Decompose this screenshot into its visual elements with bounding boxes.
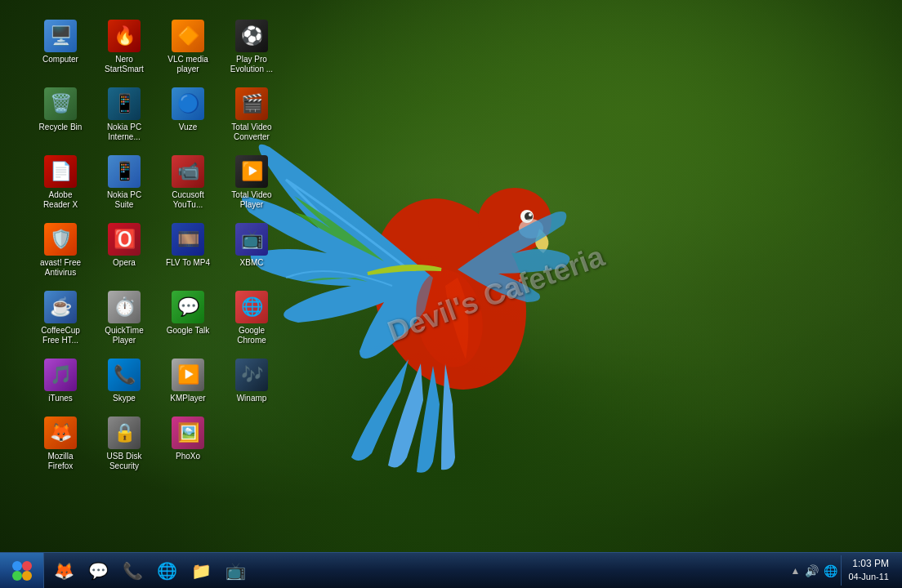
nokia-internet-icon: 📱 (108, 87, 141, 120)
desktop-icon-firefox[interactable]: 🦊Mozilla Firefox (33, 413, 88, 474)
nokia-suite-icon: 📱 (108, 155, 141, 188)
cucusoft-icon: 📹 (172, 155, 204, 188)
chrome-icon: 🌐 (235, 291, 268, 323)
icons-area: 🖥️Computer🔥Nero StartSmart🔶VLC media pla… (33, 16, 278, 474)
avast-label: avast! Free Antivirus (36, 258, 85, 278)
avast-icon: 🛡️ (44, 223, 77, 256)
tvp-icon: ▶️ (235, 155, 268, 188)
xbmc-icon: 📺 (235, 223, 268, 256)
recycle-label: Recycle Bin (39, 122, 83, 132)
taskbar: 🦊💬📞🌐📁📺 ▲ 🔊 🌐 1:03 PM 04-Jun-11 (0, 552, 902, 588)
desktop-icon-vuze[interactable]: 🔵Vuze (160, 84, 216, 145)
desktop-icon-nokia-internet[interactable]: 📱Nokia PC Interne... (96, 84, 152, 145)
tray-icons: ▲ 🔊 🌐 (791, 564, 838, 577)
desktop-icon-skype[interactable]: 📞Skype (96, 355, 152, 407)
desktop-icon-adobe[interactable]: 📄Adobe Reader X (33, 152, 88, 213)
desktop-icon-recycle[interactable]: 🗑️Recycle Bin (33, 84, 88, 145)
desktop-icon-play-pro[interactable]: ⚽Play Pro Evolution ... (224, 16, 279, 78)
taskbar-media-tb[interactable]: 📺 (219, 556, 252, 586)
start-button[interactable] (0, 553, 44, 589)
svg-point-7 (12, 561, 22, 571)
computer-label: Computer (42, 55, 78, 65)
usbdisk-label: USB Disk Security (100, 452, 149, 471)
play-pro-label: Play Pro Evolution ... (227, 55, 276, 74)
coffeecup-label: CoffeeCup Free HT... (36, 326, 85, 345)
chrome-label: Google Chrome (227, 326, 276, 345)
desktop-icon-vlc[interactable]: 🔶VLC media player (160, 16, 216, 78)
xbmc-label: XBMC (240, 258, 264, 268)
desktop-icon-coffeecup[interactable]: ☕CoffeeCup Free HT... (33, 287, 88, 349)
flvmp4-label: FLV To MP4 (166, 258, 210, 268)
vlc-icon: 🔶 (172, 20, 204, 52)
clock-area[interactable]: 1:03 PM 04-Jun-11 (841, 555, 895, 585)
quicktime-icon: ⏱️ (108, 291, 141, 323)
skype-label: Skype (113, 394, 136, 403)
svg-point-10 (22, 571, 32, 581)
phoxo-icon: 🖼️ (172, 416, 204, 449)
phoxo-label: PhoXo (176, 452, 200, 461)
svg-point-9 (12, 571, 22, 581)
winamp-label: Winamp (237, 394, 267, 403)
googletalk-label: Google Talk (167, 326, 210, 336)
svg-point-8 (22, 561, 32, 571)
desktop-icon-kmplayer[interactable]: ▶️KMPlayer (160, 355, 216, 407)
tray-network[interactable]: 🌐 (824, 564, 837, 577)
taskbar-googletalk-tb[interactable]: 💬 (82, 556, 114, 586)
usbdisk-icon: 🔒 (108, 416, 141, 449)
winamp-icon: 🎶 (235, 359, 268, 391)
nokia-suite-label: Nokia PC Suite (100, 190, 149, 210)
desktop: Devil's Cafeteria 🖥️Computer🔥Nero StartS… (0, 0, 902, 588)
flvmp4-icon: 🎞️ (172, 223, 204, 256)
clock-date: 04-Jun-11 (848, 571, 889, 583)
desktop-icon-nokia-suite[interactable]: 📱Nokia PC Suite (96, 152, 152, 213)
adobe-label: Adobe Reader X (36, 190, 85, 210)
firefox-label: Mozilla Firefox (36, 452, 85, 471)
vuze-icon: 🔵 (172, 87, 204, 120)
adobe-icon: 📄 (44, 155, 77, 188)
vuze-label: Vuze (179, 122, 197, 132)
desktop-icon-tvc[interactable]: 🎬Total Video Converter (224, 84, 279, 145)
nokia-internet-label: Nokia PC Interne... (100, 122, 149, 142)
taskbar-firefox-tb[interactable]: 🦊 (47, 556, 80, 586)
system-tray: ▲ 🔊 🌐 1:03 PM 04-Jun-11 (784, 555, 902, 585)
computer-icon: 🖥️ (44, 20, 77, 52)
vlc-label: VLC media player (163, 55, 212, 74)
desktop-icon-avast[interactable]: 🛡️avast! Free Antivirus (33, 220, 88, 281)
nero-icon: 🔥 (108, 20, 141, 52)
desktop-icon-itunes[interactable]: 🎵iTunes (33, 355, 88, 407)
play-pro-icon: ⚽ (235, 20, 268, 52)
desktop-icon-computer[interactable]: 🖥️Computer (33, 16, 88, 78)
desktop-icon-cucusoft[interactable]: 📹Cucusoft YouTu... (160, 152, 216, 213)
desktop-icon-winamp[interactable]: 🎶Winamp (224, 355, 279, 407)
desktop-icon-opera[interactable]: 🅾️Opera (96, 220, 152, 281)
desktop-icon-flvmp4[interactable]: 🎞️FLV To MP4 (160, 220, 216, 281)
firefox-icon: 🦊 (44, 416, 77, 449)
taskbar-ie-tb[interactable]: 🌐 (150, 556, 183, 586)
desktop-icon-tvp[interactable]: ▶️Total Video Player (224, 152, 279, 213)
skype-icon: 📞 (108, 359, 141, 391)
taskbar-skype-tb[interactable]: 📞 (116, 556, 149, 586)
kmplayer-icon: ▶️ (172, 359, 204, 391)
svg-point-4 (529, 213, 532, 216)
desktop-icon-xbmc[interactable]: 📺XBMC (224, 220, 279, 281)
tvc-label: Total Video Converter (227, 122, 276, 142)
nero-label: Nero StartSmart (100, 55, 149, 74)
tvp-label: Total Video Player (227, 190, 276, 210)
recycle-icon: 🗑️ (44, 87, 77, 120)
desktop-icon-nero[interactable]: 🔥Nero StartSmart (96, 16, 152, 78)
coffeecup-icon: ☕ (44, 291, 77, 323)
itunes-icon: 🎵 (44, 359, 77, 391)
desktop-icon-quicktime[interactable]: ⏱️QuickTime Player (96, 287, 152, 349)
desktop-icon-chrome[interactable]: 🌐Google Chrome (224, 287, 279, 349)
taskbar-explorer-tb[interactable]: 📁 (185, 556, 217, 586)
desktop-icon-usbdisk[interactable]: 🔒USB Disk Security (96, 413, 152, 474)
taskbar-items: 🦊💬📞🌐📁📺 (44, 553, 255, 588)
desktop-icon-googletalk[interactable]: 💬Google Talk (160, 287, 216, 349)
tray-arrow[interactable]: ▲ (791, 565, 801, 577)
googletalk-icon: 💬 (172, 291, 204, 323)
tray-volume[interactable]: 🔊 (805, 564, 819, 577)
kmplayer-label: KMPlayer (170, 394, 205, 403)
desktop-icon-phoxo[interactable]: 🖼️PhoXo (160, 413, 216, 474)
opera-icon: 🅾️ (108, 223, 141, 256)
itunes-label: iTunes (48, 394, 73, 403)
